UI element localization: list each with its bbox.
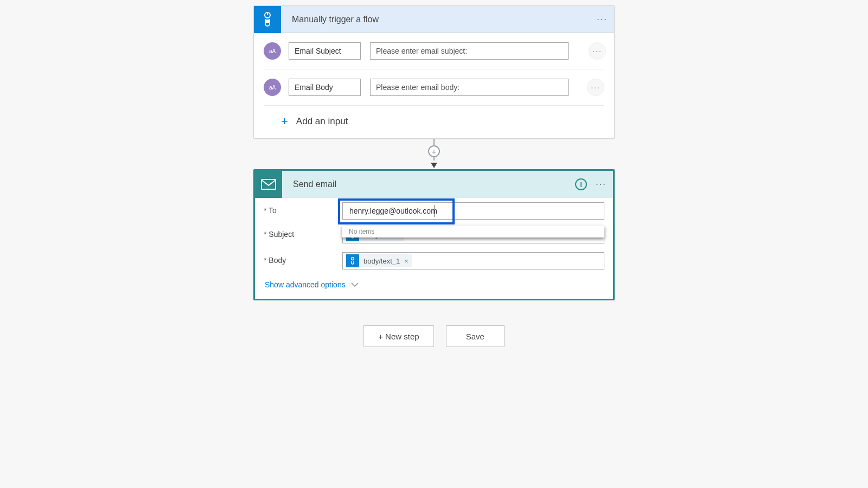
text-caret-icon <box>435 205 435 217</box>
add-input-button[interactable]: + Add an input <box>264 105 604 138</box>
input-row-more-menu[interactable]: ··· <box>587 79 604 96</box>
subject-label: Subject <box>264 226 342 239</box>
chevron-down-icon <box>351 282 359 287</box>
trigger-input-row: aA ··· <box>254 33 614 69</box>
insert-step-button[interactable]: + <box>428 145 440 157</box>
input-placeholder-field[interactable] <box>370 42 569 60</box>
footer-buttons: + New step Save <box>363 325 505 347</box>
svg-rect-2 <box>261 179 276 189</box>
autocomplete-no-items: No items <box>349 228 374 235</box>
token-remove-button[interactable]: × <box>404 257 409 265</box>
token-label: body/text_1 <box>363 257 400 265</box>
svg-point-4 <box>352 258 354 260</box>
advanced-options-label: Show advanced options <box>265 280 346 289</box>
input-row-more-menu[interactable]: ··· <box>589 42 606 60</box>
subject-row: Subject body/text × No items <box>255 224 613 248</box>
token-trigger-icon <box>346 254 359 267</box>
trigger-input-row: aA ··· <box>264 69 604 105</box>
input-name-field[interactable] <box>289 42 361 60</box>
save-button[interactable]: Save <box>446 325 505 347</box>
plus-icon: + <box>281 115 288 127</box>
show-advanced-options[interactable]: Show advanced options <box>255 274 368 299</box>
arrow-down-icon <box>431 163 437 168</box>
mail-icon <box>255 171 282 198</box>
to-row: To <box>255 198 613 224</box>
trigger-card-title: Manually trigger a flow <box>292 15 379 24</box>
send-email-title: Send email <box>293 179 336 189</box>
new-step-button[interactable]: + New step <box>363 325 433 347</box>
dynamic-token[interactable]: body/text_1 × <box>346 254 412 267</box>
send-email-card: Send email i ··· To Subject body/text × <box>253 169 615 300</box>
send-email-more-menu[interactable]: ··· <box>594 177 608 191</box>
text-type-icon: aA <box>264 79 281 96</box>
body-row: Body body/text_1 × <box>255 248 613 274</box>
body-label: Body <box>264 252 342 265</box>
add-input-label: Add an input <box>296 116 348 127</box>
send-email-header[interactable]: Send email i ··· <box>255 171 613 198</box>
trigger-more-menu[interactable]: ··· <box>595 12 609 27</box>
to-field[interactable] <box>342 202 604 220</box>
trigger-card: Manually trigger a flow ··· aA ··· aA ··… <box>253 5 615 139</box>
info-icon[interactable]: i <box>575 178 587 190</box>
step-connector: + <box>253 139 615 169</box>
body-field[interactable]: body/text_1 × <box>342 252 604 269</box>
input-placeholder-field[interactable] <box>370 79 569 96</box>
input-name-field[interactable] <box>289 79 361 96</box>
autocomplete-dropdown[interactable]: No items <box>342 226 604 237</box>
trigger-card-header[interactable]: Manually trigger a flow ··· <box>254 6 614 33</box>
to-label: To <box>264 202 342 215</box>
manual-trigger-icon <box>254 6 281 33</box>
text-type-icon: aA <box>264 42 281 60</box>
